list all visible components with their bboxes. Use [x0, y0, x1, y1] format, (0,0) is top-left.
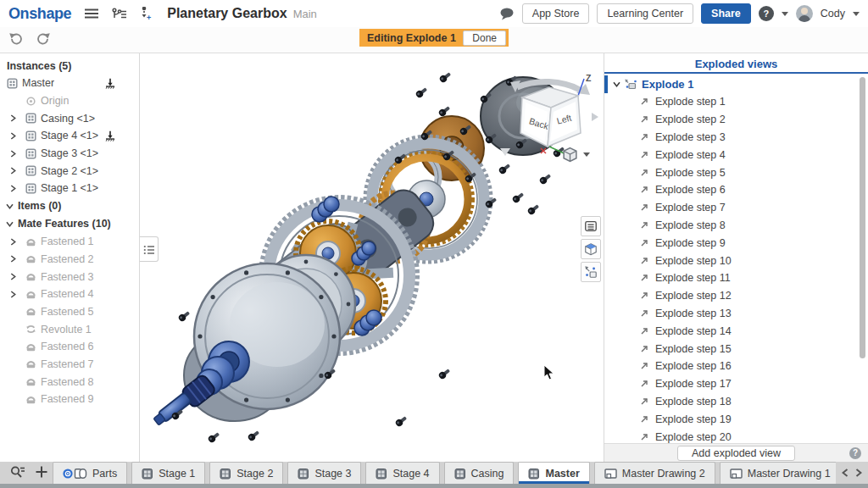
mate-row[interactable]: Fastened 6 [0, 338, 139, 356]
expand-chevron-icon[interactable] [10, 114, 16, 122]
comment-icon[interactable] [499, 8, 515, 20]
explode-step-item[interactable]: Explode step 11 [604, 269, 868, 287]
explode-step-label: Explode step 15 [655, 343, 732, 355]
document-tab[interactable]: Stage 3 [287, 462, 361, 484]
mate-row[interactable]: Fastened 7 [0, 356, 139, 374]
expand-chevron-icon[interactable] [10, 185, 16, 192]
graphics-area[interactable]: Z Back Left [140, 53, 604, 462]
insert-follow-icon[interactable]: + [140, 7, 152, 20]
mate-row[interactable]: Fastened 8 [0, 373, 139, 391]
expand-chevron-icon[interactable] [10, 255, 16, 263]
explode-step-arrow-icon [640, 345, 648, 353]
explode-step-item[interactable]: Explode step 17 [604, 375, 868, 393]
expand-chevron-icon[interactable] [10, 132, 16, 140]
collapse-chevron-icon[interactable] [6, 221, 14, 227]
onshape-logo[interactable]: Onshape [8, 5, 71, 23]
user-menu[interactable]: Cody [821, 8, 845, 19]
explode-root-label: Explode 1 [642, 78, 693, 91]
done-button[interactable]: Done [463, 30, 506, 46]
avatar[interactable] [796, 5, 813, 22]
explode-step-arrow-icon [640, 203, 648, 212]
explode-step-item[interactable]: Explode step 20 [604, 428, 868, 443]
instance-row[interactable]: Stage 4 <1> [0, 127, 139, 145]
document-tab[interactable]: Master Drawing 2 [594, 462, 715, 484]
view-options-caret-icon[interactable] [583, 152, 590, 157]
assembly-icon [25, 130, 36, 141]
panel-help-icon[interactable]: ? [849, 447, 861, 459]
explode-step-item[interactable]: Explode step 18 [604, 393, 868, 411]
explode-step-item[interactable]: Explode step 5 [604, 164, 868, 181]
help-caret-icon[interactable] [782, 12, 788, 16]
explode-step-item[interactable]: Explode step 16 [604, 358, 868, 375]
scroll-tabs-right-icon[interactable] [855, 468, 862, 478]
instance-row[interactable]: Stage 2 <1> [0, 162, 139, 180]
mate-features-header[interactable]: Mate Features (10) [0, 215, 139, 233]
versions-icon[interactable] [112, 8, 126, 19]
undo-button[interactable] [8, 32, 23, 47]
expand-chevron-icon[interactable] [10, 273, 16, 280]
collapse-chevron-icon[interactable] [613, 81, 620, 87]
explode-step-item[interactable]: Explode step 3 [604, 129, 868, 147]
redo-button[interactable] [36, 32, 51, 47]
mate-row[interactable]: Fastened 3 [0, 268, 139, 286]
document-tab[interactable]: Stage 1 [131, 462, 205, 484]
expand-chevron-icon[interactable] [10, 150, 16, 158]
document-tab[interactable]: Master Drawing 1 [720, 462, 836, 484]
chevron-slot [10, 167, 21, 175]
add-exploded-view-button[interactable]: Add exploded view [677, 446, 795, 461]
explode-step-item[interactable]: Explode step 1 [604, 93, 868, 111]
explode-step-item[interactable]: Explode step 2 [604, 111, 868, 129]
tab-label: Stage 4 [392, 468, 429, 480]
share-button[interactable]: Share [701, 3, 751, 24]
explode-step-item[interactable]: Explode step 9 [604, 234, 868, 252]
workspace-label[interactable]: Main [293, 8, 317, 20]
instances-header[interactable]: Instances (5) [0, 57, 139, 75]
collapse-chevron-icon[interactable] [6, 203, 14, 209]
expand-chevron-icon[interactable] [10, 291, 16, 298]
expand-chevron-icon[interactable] [10, 167, 16, 175]
explode-step-item[interactable]: Explode step 14 [604, 322, 868, 340]
mate-row[interactable]: Fastened 1 [0, 233, 139, 251]
exploded-views-panel-button[interactable] [581, 262, 601, 282]
manage-tabs-icon[interactable] [10, 465, 25, 480]
explode-step-item[interactable]: Explode step 12 [604, 287, 868, 305]
add-tab-button[interactable] [36, 466, 47, 480]
help-icon[interactable]: ? [759, 6, 774, 21]
explode-step-item[interactable]: Explode step 19 [604, 410, 868, 428]
hamburger-menu-icon[interactable] [85, 8, 98, 19]
explode-step-item[interactable]: Explode step 13 [604, 305, 868, 323]
appearance-panel-button[interactable] [581, 239, 601, 259]
instance-row[interactable]: Stage 1 <1> [0, 180, 139, 197]
document-tab[interactable]: Parts [53, 462, 127, 484]
feature-list-toggle-button[interactable] [581, 216, 601, 236]
user-caret-icon[interactable] [853, 12, 860, 16]
explode-step-item[interactable]: Explode step 15 [604, 340, 868, 358]
explode-step-item[interactable]: Explode step 7 [604, 199, 868, 217]
scroll-tabs-left-icon[interactable] [842, 468, 849, 478]
document-tab[interactable]: Stage 2 [209, 462, 283, 484]
mate-row[interactable]: Revolute 1 [0, 320, 139, 338]
mate-row[interactable]: Fastened 9 [0, 391, 139, 408]
tree-panel-handle[interactable] [140, 236, 159, 262]
items-header[interactable]: Items (0) [0, 197, 139, 215]
view-options-button[interactable] [562, 147, 590, 163]
explode-step-item[interactable]: Explode step 6 [604, 181, 868, 199]
explode-step-item[interactable]: Explode step 4 [604, 146, 868, 164]
instance-row[interactable]: Stage 3 <1> [0, 145, 139, 163]
expand-chevron-icon[interactable] [10, 238, 16, 246]
explode-root-item[interactable]: Explode 1 [604, 75, 868, 93]
document-tab[interactable]: Stage 4 [365, 462, 439, 484]
document-tab[interactable]: Casing [444, 462, 515, 484]
mate-row[interactable]: Fastened 5 [0, 303, 139, 321]
mate-row[interactable]: Fastened 4 [0, 286, 139, 303]
explode-step-item[interactable]: Explode step 10 [604, 252, 868, 269]
learning-center-button[interactable]: Learning Center [597, 3, 693, 24]
document-tab[interactable]: Master [518, 462, 589, 484]
instance-row[interactable]: Casing <1> [0, 109, 139, 127]
instance-row[interactable]: Origin [0, 92, 139, 110]
instance-row[interactable]: Master [0, 75, 139, 92]
panel-scrollbar[interactable] [860, 77, 865, 358]
app-store-button[interactable]: App Store [522, 3, 590, 24]
mate-row[interactable]: Fastened 2 [0, 251, 139, 269]
explode-step-item[interactable]: Explode step 8 [604, 217, 868, 235]
